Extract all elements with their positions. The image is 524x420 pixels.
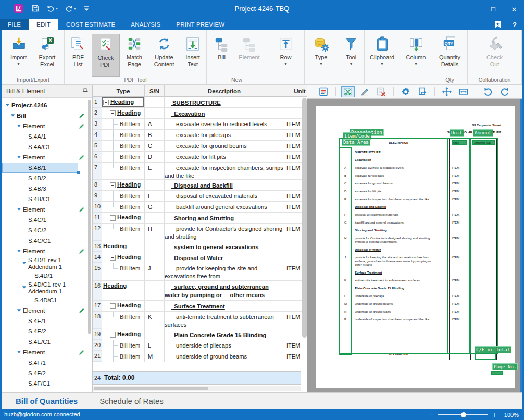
expand-arrow-icon[interactable] [17,249,22,254]
column-header-sn[interactable]: S/N [145,85,165,97]
edit-pencil-icon[interactable] [78,154,85,161]
check-pdf-button[interactable]: CheckPDF [92,34,120,77]
tab-print-preview[interactable]: PRINT PREVIEW [168,19,232,30]
close-button[interactable]: ✕ [510,6,518,14]
grid-row-9[interactable]: 9Bill ItemFdisposal of excavated materia… [93,191,307,202]
zoom-slider[interactable] [438,414,488,415]
edit-pencil-icon[interactable] [78,307,85,314]
edit-pencil-icon[interactable] [78,113,85,119]
tree-item-s-4b-1[interactable]: S.4B/1 [2,163,92,173]
grid-row-19[interactable]: 19Heading Plain Concrete Grade 15 Blindi… [93,329,307,340]
grid-row-12[interactable]: 12Bill ItemHprovide for Contractor's des… [93,224,307,241]
minimize-button[interactable]: — [469,6,476,14]
type-button[interactable]: Type▾ [309,34,333,77]
zoom-out-button[interactable]: − [429,411,433,419]
page-lines-icon[interactable] [317,86,330,97]
tree-item-s-4f-1[interactable]: S.4F/1 [2,357,92,368]
tree-item-s-4e-1[interactable]: S.4E/1 [2,316,92,326]
tree-item-s-4c-c1[interactable]: S.4C/C1 [2,236,92,246]
collapse-icon[interactable] [110,110,116,116]
edit-pencil-icon[interactable] [78,248,85,255]
maximize-button[interactable]: ☐ [490,6,497,13]
settings-gear-icon[interactable] [399,86,413,97]
column-header-rownum[interactable] [93,85,102,97]
collapse-icon[interactable] [110,182,116,188]
grid-row-3[interactable]: 3Bill ItemAexcavate oversite to reduced … [93,119,307,130]
unit-rect[interactable] [447,138,470,354]
grid-row-8[interactable]: 8Heading Disposal and Backfill [93,180,307,191]
tree-item-s-4b-2[interactable]: S.4B/2 [2,173,92,183]
page-no-label[interactable]: Page No. [492,363,518,370]
unit-label[interactable]: Unit [450,129,464,137]
tab-edit[interactable]: EDIT [29,19,58,30]
tab-file[interactable]: FILE [0,19,29,30]
pdf-list-button[interactable]: PDFList [66,34,91,77]
bookmark-icon[interactable]: ★ [494,21,501,29]
grid-row-2[interactable]: 2Heading Excavation [93,108,307,119]
expand-arrow-icon[interactable] [17,350,22,355]
expand-arrow-icon[interactable] [17,123,22,129]
doc-tab-schedule-of-rates[interactable]: Schedule of Rates [99,397,164,405]
expand-arrow-icon[interactable] [17,207,22,212]
grid-row-20[interactable]: 20Bill ItemLunderside of pilecapsITEM [93,340,307,351]
grid-hscrollbar[interactable] [93,386,301,391]
move-4way-icon[interactable] [440,86,454,97]
cf-total-rect[interactable] [475,353,496,360]
tree-item-s-4d-c1-rev-1[interactable]: S.4D/C1 rev 1Addendum 1 [2,281,92,295]
grid-vscrollbar[interactable] [302,98,307,338]
column-header-description[interactable]: Description [165,85,284,97]
cf-total-label[interactable]: C/F or Total [475,346,511,353]
grid-row-7[interactable]: 7Bill ItemEexcavate for inspection chamb… [93,163,307,180]
expand-arrow-icon[interactable] [22,285,27,290]
tree-item-element[interactable]: Element [2,246,92,256]
expand-arrow-icon[interactable] [17,155,22,160]
tree-item-s-4e-2[interactable]: S.4E/2 [2,326,92,337]
edit-pencil-icon[interactable] [78,123,85,130]
grid-total-row[interactable]: 24 Total: 0.00 [93,371,301,385]
column-header-type[interactable]: Type [102,85,145,97]
insert-text-button[interactable]: InsertText [180,34,205,77]
grid-row-1[interactable]: 1Heading SUBSTRUCTURE [93,97,307,108]
tree-item-s-4b-c1[interactable]: S.4B/C1 [2,194,92,204]
import-button[interactable]: Import▾ [5,34,32,77]
edit-pen-icon[interactable] [358,86,371,97]
tree-item-s-4c-2[interactable]: S.4C/2 [2,225,92,236]
pin-icon[interactable] [82,88,88,94]
tree-item-element[interactable]: Element [2,347,92,357]
item-code-label[interactable]: Item/Code [343,132,371,140]
edit-pencil-icon[interactable] [78,349,85,356]
grid-row-6[interactable]: 6Bill ItemDexcavate for lift pitsITEM [93,152,307,163]
rotate-ccw-icon[interactable] [481,86,495,97]
tree-item-s-4b-3[interactable]: S.4B/3 [2,183,92,194]
grid-row-15[interactable]: 15Bill ItemJprovide for keeping the site… [93,263,307,281]
column-button[interactable]: Column▾ [402,34,431,77]
grid-row-10[interactable]: 10Bill ItemGbackfill around general exca… [93,202,307,213]
collapse-icon[interactable] [110,255,116,261]
zoom-in-button[interactable]: + [493,411,497,419]
tab-analysis[interactable]: ANALYSIS [123,19,168,30]
tree-item-s-4f-c1[interactable]: S.4F/C1 [2,378,92,389]
fit-width-icon[interactable] [457,86,470,97]
data-area-label[interactable]: Data Area [342,139,370,146]
quantity-details-button[interactable]: QTYQuantityDetails [434,34,466,77]
grid-row-5[interactable]: 5Bill ItemCexcavate for ground beamsITEM [93,141,307,152]
update-content-button[interactable]: UpdateContent [149,34,179,77]
tree-item-s-4c-1[interactable]: S.4C/1 [2,215,92,225]
amount-label[interactable]: Amount [473,129,493,137]
help-icon[interactable]: ? [513,21,517,29]
row-button[interactable]: Row▾ [274,34,298,77]
bill-button[interactable]: Bill [210,34,234,77]
tree-scrollbar[interactable] [88,100,91,334]
tree-item-s-4e-c1[interactable]: S.4E/C1 [2,337,92,347]
edit-pencil-icon[interactable] [78,206,85,213]
collapse-icon[interactable] [110,332,116,338]
export-excel-button[interactable]: XExportExcel [33,34,61,77]
tree-item-element[interactable]: Element [2,121,92,131]
grid-row-21[interactable]: 21Bill ItemMunderside of ground beamsITE… [93,351,307,362]
tab-cost-estimate[interactable]: COST ESTIMATE [58,19,123,30]
tool-button[interactable]: Tool▾ [340,34,363,77]
tree-item-element[interactable]: Element [2,152,92,163]
match-page-button[interactable]: MatchPage [121,34,148,77]
expand-arrow-icon[interactable] [17,308,22,313]
collapse-icon[interactable] [110,215,116,221]
